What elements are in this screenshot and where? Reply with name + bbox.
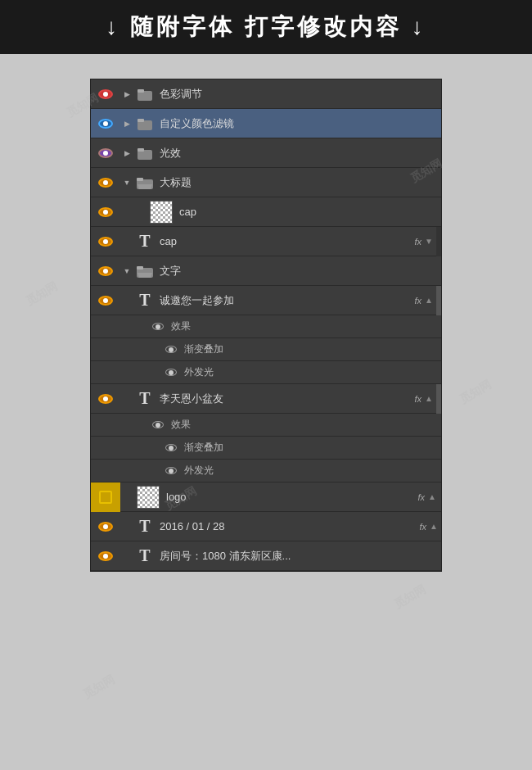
- text-layer-icon: T: [133, 389, 156, 408]
- effect-label: 效果: [171, 319, 191, 333]
- effect-label: 渐变叠加: [184, 441, 223, 455]
- layer-name: 李天恩小盆友: [156, 392, 414, 406]
- svg-rect-5: [138, 148, 144, 152]
- expand-arrow[interactable]: [120, 89, 133, 98]
- scrollbar[interactable]: [436, 227, 441, 256]
- layer-row[interactable]: 光效: [91, 138, 441, 168]
- effect-sub-row: 外发光: [91, 361, 441, 384]
- layer-name: 色彩调节: [156, 87, 441, 102]
- layer-row[interactable]: cap: [91, 197, 441, 227]
- eye-icon[interactable]: [91, 79, 120, 109]
- svg-marker-8: [138, 184, 152, 189]
- expand-arrow[interactable]: [120, 178, 133, 187]
- layer-row[interactable]: 自定义颜色滤镜: [91, 109, 441, 138]
- folder-icon: [133, 88, 156, 101]
- scrollbar[interactable]: [436, 384, 441, 414]
- eye-icon[interactable]: [91, 384, 120, 414]
- eye-icon[interactable]: [91, 109, 120, 138]
- main-area: 色彩调节 自定义颜色滤镜 光效: [0, 54, 532, 572]
- expand-arrow[interactable]: [120, 148, 133, 157]
- eye-icon[interactable]: [91, 197, 120, 227]
- layer-row[interactable]: T cap fx ▼: [91, 227, 441, 256]
- fx-badge: fx: [419, 522, 426, 532]
- layer-row[interactable]: T 房间号：1080 浦东新区康...: [91, 541, 441, 571]
- gold-sq-icon: [99, 491, 112, 504]
- eye-icon[interactable]: [91, 286, 120, 315]
- svg-rect-1: [138, 89, 144, 93]
- svg-rect-3: [138, 119, 144, 122]
- layer-name: 文字: [156, 264, 441, 279]
- layer-name: 房间号：1080 浦东新区康...: [156, 549, 441, 564]
- text-layer-icon: T: [133, 546, 156, 565]
- expand-arrow[interactable]: [120, 119, 133, 128]
- text-layer-icon: T: [133, 517, 156, 536]
- layer-name: cap: [156, 235, 414, 247]
- scrollbar[interactable]: [436, 286, 441, 315]
- layer-name: 光效: [156, 146, 441, 161]
- text-layer-icon: T: [133, 232, 156, 251]
- eye-icon[interactable]: [91, 168, 120, 197]
- layer-row[interactable]: logo fx ▲: [91, 482, 441, 512]
- svg-marker-11: [138, 273, 152, 278]
- eye-icon[interactable]: [91, 227, 120, 256]
- eye-icon[interactable]: [91, 541, 120, 571]
- layer-name: 自定义颜色滤镜: [156, 116, 441, 131]
- layer-thumbnail: [150, 201, 173, 224]
- text-layer-icon: T: [133, 291, 156, 310]
- eye-icon[interactable]: [91, 256, 120, 286]
- eye-icon[interactable]: [91, 482, 120, 512]
- effect-label: 渐变叠加: [184, 342, 223, 356]
- eye-icon[interactable]: [91, 512, 120, 541]
- fx-badge: fx: [414, 237, 422, 247]
- fx-badge: fx: [414, 296, 422, 306]
- layers-panel: 色彩调节 自定义颜色滤镜 光效: [90, 79, 442, 572]
- effect-label: 外发光: [184, 365, 214, 379]
- layer-row[interactable]: T 2016 / 01 / 28 fx ▲: [91, 512, 441, 541]
- layer-thumbnail: [137, 486, 160, 509]
- effect-sub-row: 外发光: [91, 460, 441, 482]
- top-banner: ↓ 随附字体 打字修改内容 ↓: [0, 0, 532, 54]
- fx-badge: fx: [417, 492, 425, 502]
- layer-row[interactable]: 文字: [91, 256, 441, 286]
- eye-icon[interactable]: [163, 358, 179, 387]
- layer-name: logo: [163, 491, 417, 503]
- folder-open-icon: [133, 265, 156, 278]
- svg-rect-7: [137, 178, 143, 181]
- fx-badge: fx: [414, 394, 422, 404]
- layer-name: 大标题: [156, 175, 441, 190]
- folder-icon: [133, 117, 156, 130]
- effect-label: 效果: [171, 418, 191, 432]
- expand-arrow[interactable]: [120, 266, 133, 275]
- layer-name: cap: [176, 206, 441, 218]
- layer-row[interactable]: 色彩调节: [91, 79, 441, 109]
- folder-icon: [133, 147, 156, 160]
- eye-icon[interactable]: [91, 138, 120, 168]
- eye-icon[interactable]: [163, 456, 179, 486]
- svg-rect-10: [137, 266, 143, 270]
- layer-name: 诚邀您一起参加: [156, 293, 414, 308]
- layer-row[interactable]: 大标题: [91, 168, 441, 197]
- banner-text: ↓ 随附字体 打字修改内容 ↓: [106, 14, 426, 39]
- folder-open-icon: [133, 176, 156, 189]
- layer-name: 2016 / 01 / 28: [156, 520, 419, 532]
- effect-label: 外发光: [184, 464, 214, 478]
